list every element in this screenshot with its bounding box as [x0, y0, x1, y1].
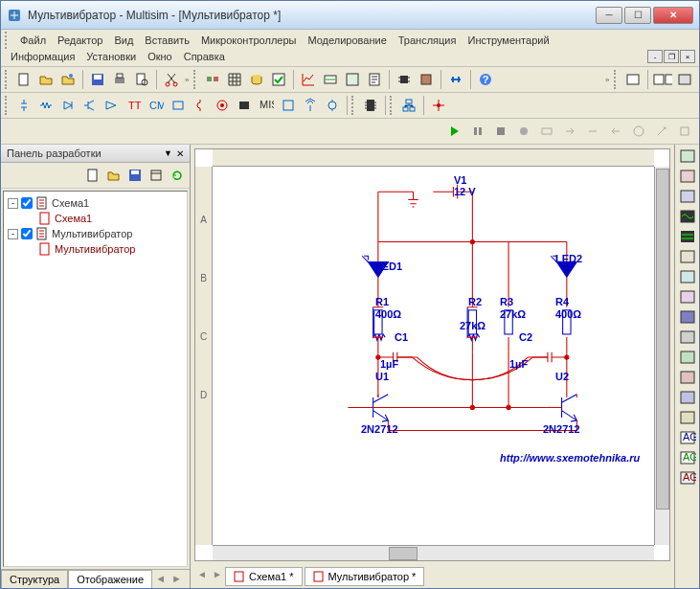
run-button[interactable]	[444, 121, 465, 142]
hier-button[interactable]	[398, 95, 419, 116]
step2-button[interactable]	[559, 121, 580, 142]
step7-button[interactable]	[674, 121, 695, 142]
stop-button[interactable]	[490, 121, 511, 142]
tab-nav-right[interactable]: ►	[169, 570, 185, 588]
indicator-button[interactable]	[212, 95, 233, 116]
tree-node[interactable]: Схема1	[8, 211, 183, 226]
help-button[interactable]: ?	[475, 69, 496, 90]
menu-edit[interactable]: Редактор	[52, 33, 108, 48]
component-button[interactable]	[202, 69, 223, 90]
check-button[interactable]	[268, 69, 289, 90]
tree-toggle[interactable]: -	[8, 198, 18, 209]
doc-tab-1[interactable]: Схема1 *	[225, 567, 303, 586]
menu-tools[interactable]: Инструментарий	[462, 33, 554, 48]
source-button[interactable]	[13, 95, 34, 116]
dist-button[interactable]	[677, 368, 698, 387]
toolbar-handle-3[interactable]	[614, 70, 620, 89]
minimize-button[interactable]: ─	[596, 7, 622, 24]
toolbar-handle-c3[interactable]	[390, 96, 395, 115]
db-button[interactable]	[246, 69, 267, 90]
doc-tab-2[interactable]: Мультивибратор *	[305, 567, 425, 586]
tree-checkbox[interactable]	[21, 228, 33, 239]
scope4-button[interactable]	[677, 227, 698, 246]
bode-button[interactable]	[677, 247, 698, 266]
save-doc-button[interactable]	[125, 166, 145, 185]
chip-button[interactable]	[394, 69, 415, 90]
cap-button[interactable]	[416, 69, 437, 90]
menu-insert[interactable]: Вставить	[139, 33, 195, 48]
ttl-button[interactable]: TTL	[124, 95, 145, 116]
view1-button[interactable]	[622, 69, 644, 90]
multimeter-button[interactable]	[677, 147, 698, 166]
menu-handle[interactable]	[5, 32, 11, 49]
misc-button[interactable]: MISC	[256, 95, 277, 116]
step6-button[interactable]	[651, 121, 672, 142]
view2-button[interactable]	[652, 69, 673, 90]
grid-button[interactable]	[224, 69, 245, 90]
new-doc-button[interactable]	[83, 166, 102, 185]
toolbar-handle[interactable]	[5, 70, 11, 89]
basic-button[interactable]	[35, 95, 56, 116]
logicconv-button[interactable]	[677, 328, 698, 347]
misc-dig-button[interactable]	[168, 95, 189, 116]
ag-multi-button[interactable]: AG	[677, 448, 698, 467]
wattmeter-button[interactable]	[677, 187, 698, 206]
menu-transfer[interactable]: Трансляция	[393, 33, 463, 48]
schematic-canvas[interactable]: V1 12 V LED1 LED2 R1 400Ω R2 27kΩ R3 27k…	[213, 167, 654, 545]
iv-button[interactable]	[677, 348, 698, 367]
toolbar-handle-2[interactable]	[193, 70, 199, 89]
diode-button[interactable]	[57, 95, 79, 116]
step-button[interactable]	[536, 121, 557, 142]
tab-nav-left[interactable]: ◄	[152, 570, 169, 588]
save-button[interactable]	[87, 69, 108, 90]
net-button[interactable]	[677, 408, 698, 427]
junction-button[interactable]	[428, 95, 449, 116]
report-button[interactable]	[364, 69, 385, 90]
mdi-restore[interactable]: ❐	[664, 50, 679, 63]
panel-close-button[interactable]: ✕	[176, 148, 184, 159]
menu-info[interactable]: Информация	[5, 49, 80, 64]
new-button[interactable]	[13, 69, 34, 90]
tree-node[interactable]: Мультивибратор	[8, 241, 183, 257]
menu-view[interactable]: Вид	[108, 33, 139, 48]
toolbar-handle-c[interactable]	[5, 96, 11, 115]
scope-button[interactable]	[677, 207, 698, 226]
tab-nav-next[interactable]: ►	[210, 569, 225, 584]
ag-fgen-button[interactable]: AG	[677, 428, 698, 447]
maximize-button[interactable]: ☐	[624, 7, 651, 24]
tab-nav-prev[interactable]: ◄	[194, 569, 210, 584]
open-doc-button[interactable]	[104, 166, 124, 185]
advanced-button[interactable]	[278, 95, 299, 116]
scrollbar-horizontal[interactable]	[213, 545, 654, 560]
tree-checkbox[interactable]	[21, 197, 33, 209]
view3-button[interactable]	[674, 69, 695, 90]
open2-button[interactable]	[57, 69, 79, 90]
tree-node[interactable]: -Схема1	[8, 195, 183, 211]
project-tree[interactable]: -Схема1Схема1-МультивибраторМультивибрат…	[3, 191, 188, 567]
rf-button[interactable]	[300, 95, 321, 116]
transistor-button[interactable]	[79, 95, 101, 116]
cmos-button[interactable]: CMOS	[146, 95, 167, 116]
tree-toggle[interactable]: -	[8, 229, 18, 239]
electro-button[interactable]	[322, 95, 343, 116]
record-button[interactable]	[513, 121, 534, 142]
menu-simulate[interactable]: Моделирование	[302, 33, 392, 48]
step3-button[interactable]	[582, 121, 603, 142]
step5-button[interactable]	[628, 121, 649, 142]
menu-settings[interactable]: Установки	[80, 49, 142, 64]
ag-scope-button[interactable]: AG	[677, 468, 698, 487]
preview-button[interactable]	[131, 69, 152, 90]
analysis-button[interactable]	[320, 69, 341, 90]
freq-button[interactable]	[677, 267, 698, 286]
menu-mcu[interactable]: Микроконтроллеры	[195, 33, 303, 48]
mixed-button[interactable]	[190, 95, 211, 116]
mdi-minimize[interactable]: -	[647, 50, 663, 63]
print-button[interactable]	[109, 69, 130, 90]
graph-button[interactable]	[298, 69, 319, 90]
postproc-button[interactable]	[342, 69, 363, 90]
logic-button[interactable]	[677, 307, 698, 327]
pause-button[interactable]	[467, 121, 488, 142]
wordgen-button[interactable]	[677, 287, 698, 306]
menu-help[interactable]: Справка	[178, 49, 231, 64]
mdi-close[interactable]: ×	[680, 50, 695, 63]
